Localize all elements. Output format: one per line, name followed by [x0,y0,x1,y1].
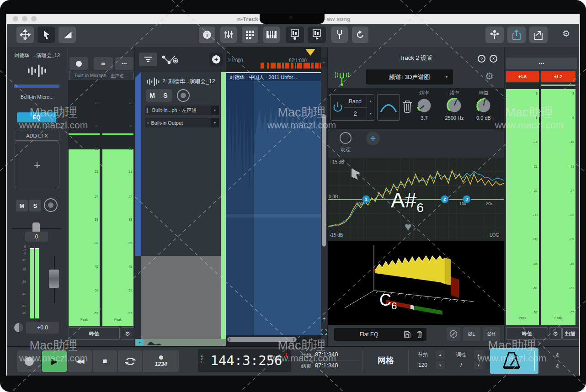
pan-knob-icon[interactable] [14,323,23,332]
close-window-button[interactable] [13,16,18,21]
track-mute-button[interactable]: M [146,89,159,102]
master-scan-button[interactable]: 扫描 [562,327,578,340]
favorite-heart-icon[interactable]: ♥ [405,220,411,234]
track-input-select[interactable]: ▎ Built-in...ph - 左声道 ▼ [145,106,219,115]
fade-tool-button[interactable] [59,26,76,43]
clip-header[interactable]: 刘德华 - 中国人 - 2011 Unfor... [226,72,321,81]
tempo-value[interactable]: 120 [413,361,433,369]
master-collapse-button[interactable]: ▼ [136,339,144,345]
dynamics-knob[interactable] [340,132,352,144]
loop-end-value[interactable]: 87:1:340 [315,362,338,369]
tuner-button[interactable] [331,26,348,43]
zoom-out-button[interactable]: − [301,335,307,343]
share-button[interactable] [507,26,526,43]
key-value[interactable]: / [451,361,471,369]
eq-settings-gear-icon[interactable]: ⚙ [485,71,494,82]
key-up-button[interactable]: ▲ [474,350,483,359]
preset-select[interactable]: Flat EQ [334,328,426,341]
meter-settings-button[interactable]: ⚙ [121,327,134,340]
band-down-button[interactable]: ▼ [367,108,374,119]
close-panel-button[interactable]: ✕ [490,55,497,63]
transport-record-button[interactable] [17,350,41,372]
save-preset-icon[interactable] [404,331,411,338]
horizontal-scrollbar[interactable] [227,337,297,342]
zoom-window-button[interactable] [31,16,37,21]
piano-roll-button[interactable] [263,26,280,43]
settings-gear-icon[interactable]: ⚙ [562,28,570,39]
record-arm-button[interactable] [44,198,58,212]
collapse-corner[interactable] [135,72,141,78]
ph-invert-left-button[interactable]: ØL [463,327,480,341]
band-shape-button[interactable] [377,94,400,121]
add-efx-button[interactable]: ADD EFX [15,131,59,141]
time-sig-denominator[interactable]: 4 [552,361,563,371]
track-header[interactable]: 2: 刘德华...演唱会_12 M S ▎ Built-in...ph - 左声… [141,72,221,256]
clip-indicator-left[interactable]: +1.5 [506,71,539,82]
peak-mode-button[interactable]: 峰值 [69,327,120,340]
tempo-up-button[interactable]: ▲ [436,350,445,359]
track-output-select[interactable]: ○ Built-in Output ▼ [145,118,219,127]
tuner-active-icon[interactable] [335,70,349,86]
slope-knob[interactable] [416,97,432,114]
effects-button[interactable] [485,26,504,43]
metronome-toggle-button[interactable] [490,348,538,374]
mute-button[interactable]: M [16,200,28,212]
gain-value[interactable]: +0.0 [26,322,59,334]
clip-indicator-right[interactable]: +1.7 [541,71,575,82]
eq-band-handle-1[interactable]: 1 [362,195,370,203]
delete-preset-icon[interactable] [416,331,423,338]
playhead-marker[interactable] [305,49,315,56]
master-more-button[interactable]: ••• [506,58,577,69]
zoom-in-button[interactable]: + [309,335,315,343]
power-icon[interactable] [333,101,342,113]
automation-icon[interactable] [162,53,180,66]
master-peak-button[interactable]: 峰值 [506,327,548,340]
spectrogram-3d-view[interactable]: C6 [328,241,504,325]
channel-more-button[interactable]: ••• [115,57,133,70]
playback-view-button[interactable] [308,26,326,43]
time-display[interactable]: LIVE 144:3:256 [198,349,291,372]
record-enable-button[interactable] [69,57,88,70]
step-sequencer-button[interactable] [242,26,258,43]
grid-button[interactable]: 网格 [366,354,405,367]
transport-rewind-button[interactable]: ◀◀ [68,350,92,372]
add-band-button[interactable]: + [366,132,380,145]
vertical-scrollbar[interactable] [322,114,326,247]
audio-clip-waveform[interactable] [226,81,321,335]
info-button[interactable]: i [199,26,215,43]
transport-stop-button[interactable]: ■ [93,350,117,372]
move-tool-button[interactable] [16,26,34,43]
select-tool-button[interactable] [37,26,55,43]
tempo-down-button[interactable]: ▼ [436,361,445,369]
export-button[interactable] [529,26,548,43]
eq-band-handle-2[interactable]: 2 [441,195,449,203]
transport-loop-button[interactable] [118,350,142,372]
loop-start-value[interactable]: 87:1:340 [315,351,338,358]
add-instrument-box[interactable]: + [15,142,59,188]
ph-invert-right-button[interactable]: ØR [483,327,500,341]
timeline-clip-markers[interactable] [256,61,321,70]
track-solo-button[interactable]: S [159,89,172,102]
input-device-field[interactable]: Built-in Microph - 左声道... [69,71,133,80]
track-record-arm-button[interactable] [177,89,190,102]
eq-button[interactable]: EQ [17,112,56,122]
eq-band-handle-3[interactable]: 3 [463,195,471,203]
key-down-button[interactable]: ▼ [474,361,483,369]
eq-spectrum-graph[interactable]: +15 dB 0 dB -15 dB LOG 100 10k 20k 1 2 3… [328,158,504,241]
horizontal-fit-button[interactable]: ↔ [321,57,327,67]
minimize-window-button[interactable] [22,16,27,21]
metronome-count-button[interactable]: 1234 [143,350,179,372]
gain-knob[interactable] [475,97,492,114]
time-sig-numerator[interactable]: 4 [552,350,563,360]
mixer-button[interactable] [220,26,237,43]
frequency-knob[interactable] [446,97,463,114]
bypass-button[interactable] [447,327,460,341]
band-up-button[interactable]: ▲ [367,95,374,106]
master-settings-button[interactable]: ⚙ [549,327,562,340]
analyzer-view-select[interactable]: 频谱+3D声谱图 ▼ [366,69,453,85]
record-view-button[interactable] [286,26,304,43]
add-track-button[interactable]: + [209,53,223,66]
sync-button[interactable] [352,26,368,43]
pan-value[interactable]: 0 [25,232,48,242]
zoom-in-vertical-button[interactable]: + [321,316,327,322]
